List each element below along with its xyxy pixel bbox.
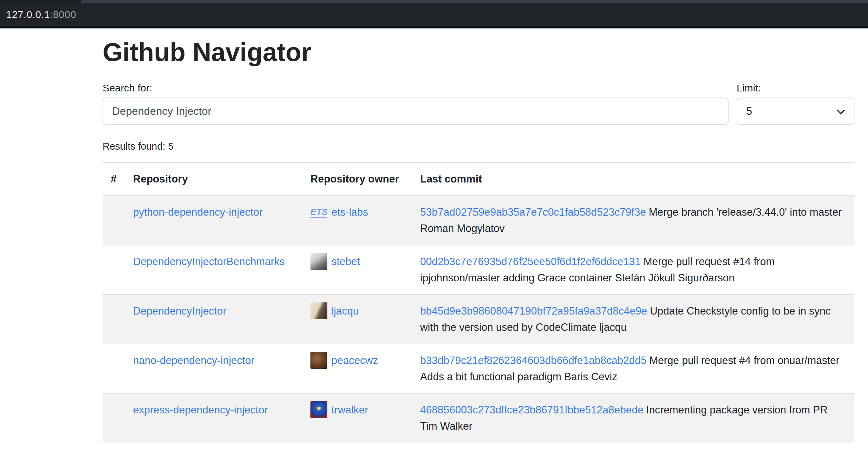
trwalker-avatar xyxy=(310,401,327,418)
row-num-cell xyxy=(103,295,125,344)
repository-cell: express-dependency-injector xyxy=(125,393,302,443)
commit-cell: 00d2b3c7e76935d76f25ee50f6d1f2ef6ddce131… xyxy=(412,245,854,295)
repository-link[interactable]: python-dependency-injector xyxy=(133,206,263,218)
commit-cell: 468856003c273dffce23b86791fbbe512a8ebede… xyxy=(412,393,854,443)
commit-hash-link[interactable]: 468856003c273dffce23b86791fbbe512a8ebede xyxy=(420,404,644,416)
commit-hash-link[interactable]: bb45d9e3b98608047190bf72a95fa9a37d8c4e9e xyxy=(420,305,647,317)
table-header-row: # Repository Repository owner Last commi… xyxy=(103,163,854,196)
search-form: Search for: Limit: 5 xyxy=(103,82,854,125)
chrome-bottom-divider xyxy=(0,26,868,28)
table-row: express-dependency-injector trwalker 468… xyxy=(103,393,854,443)
column-header-repository: Repository xyxy=(125,163,302,196)
table-row: DependencyInjector ljacqu bb45d9e3b98608… xyxy=(103,295,854,344)
column-header-num: # xyxy=(103,163,125,196)
table-row: nano-dependency-injector peacecwz b33db7… xyxy=(103,344,854,393)
row-num-cell xyxy=(103,196,125,245)
repository-link[interactable]: DependencyInjector xyxy=(133,305,226,317)
owner-link[interactable]: ljacqu xyxy=(331,305,359,317)
column-header-owner: Repository owner xyxy=(302,163,412,196)
repository-link[interactable]: DependencyInjectorBenchmarks xyxy=(133,256,285,267)
repository-cell: DependencyInjector xyxy=(125,295,302,344)
active-tab-edge xyxy=(0,0,81,3)
browser-tab-strip xyxy=(0,0,868,3)
commit-hash-link[interactable]: b33db79c21ef8262364603db66dfe1ab8cab2dd5 xyxy=(420,355,647,366)
ets-labs-logo-icon: ETS xyxy=(310,203,327,220)
table-row: python-dependency-injector ETSets-labs 5… xyxy=(103,196,854,245)
commit-hash-link[interactable]: 00d2b3c7e76935d76f25ee50f6d1f2ef6ddce131 xyxy=(420,256,641,267)
repository-cell: nano-dependency-injector xyxy=(125,344,302,393)
repository-cell: python-dependency-injector xyxy=(125,196,302,245)
url-text[interactable]: 127.0.0.1:8000 xyxy=(6,9,76,20)
limit-select[interactable]: 5 xyxy=(737,98,854,125)
search-input[interactable] xyxy=(103,98,729,125)
row-num-cell xyxy=(103,344,125,393)
owner-cell: trwalker xyxy=(302,393,412,443)
search-label: Search for: xyxy=(103,82,729,94)
stebet-avatar xyxy=(310,253,327,270)
table-row: DependencyInjectorBenchmarks stebet 00d2… xyxy=(103,245,854,295)
row-num-cell xyxy=(103,393,125,443)
search-group: Search for: xyxy=(103,82,729,125)
owner-link[interactable]: trwalker xyxy=(331,404,368,416)
owner-link[interactable]: peacecwz xyxy=(331,355,378,366)
repository-link[interactable]: express-dependency-injector xyxy=(133,404,268,416)
results-summary: Results found: 5 xyxy=(103,141,854,152)
page-title: Github Navigator xyxy=(103,37,854,67)
repository-link[interactable]: nano-dependency-injector xyxy=(133,355,254,366)
chevron-down-icon xyxy=(837,107,845,115)
peacecwz-avatar xyxy=(310,352,327,369)
browser-address-bar[interactable]: 127.0.0.1:8000 xyxy=(0,3,868,26)
browser-chrome: 127.0.0.1:8000 xyxy=(0,0,868,28)
commit-cell: 53b7ad02759e9ab35a7e7c0c1fab58d523c79f3e… xyxy=(412,196,854,245)
commit-cell: b33db79c21ef8262364603db66dfe1ab8cab2dd5… xyxy=(412,344,854,393)
limit-group: Limit: 5 xyxy=(737,82,854,125)
ljacqu-avatar xyxy=(310,302,327,319)
repository-cell: DependencyInjectorBenchmarks xyxy=(125,245,302,295)
url-host: 127.0.0.1 xyxy=(6,9,50,20)
column-header-last-commit: Last commit xyxy=(412,163,854,196)
commit-hash-link[interactable]: 53b7ad02759e9ab35a7e7c0c1fab58d523c79f3e xyxy=(420,206,646,218)
owner-cell: ETSets-labs xyxy=(302,196,412,245)
results-table: # Repository Repository owner Last commi… xyxy=(103,162,854,443)
owner-link[interactable]: ets-labs xyxy=(331,206,368,218)
page-container: Github Navigator Search for: Limit: 5 Re… xyxy=(103,37,854,443)
commit-cell: bb45d9e3b98608047190bf72a95fa9a37d8c4e9e… xyxy=(412,295,854,344)
owner-cell: stebet xyxy=(302,245,412,295)
limit-select-value: 5 xyxy=(746,105,752,117)
owner-cell: ljacqu xyxy=(302,295,412,344)
owner-cell: peacecwz xyxy=(302,344,412,393)
limit-label: Limit: xyxy=(737,82,854,94)
url-port: :8000 xyxy=(50,9,77,20)
owner-link[interactable]: stebet xyxy=(331,256,360,267)
row-num-cell xyxy=(103,245,125,295)
